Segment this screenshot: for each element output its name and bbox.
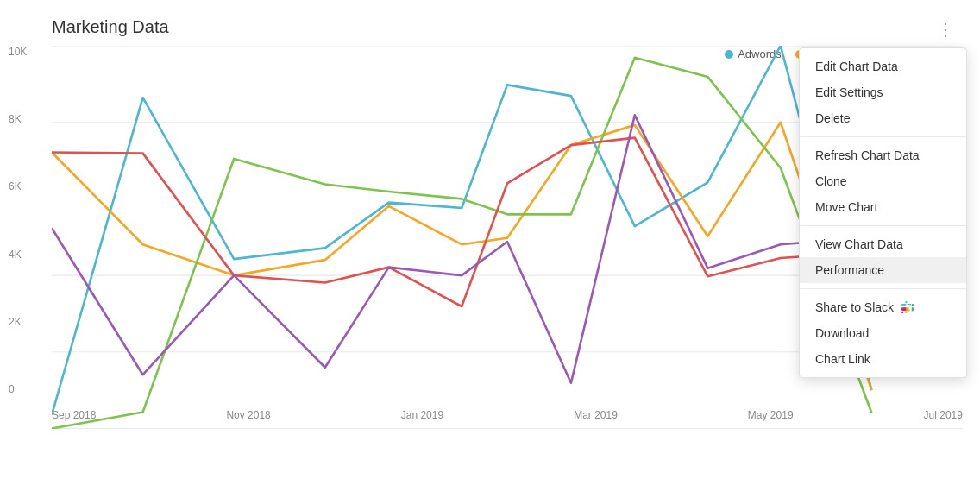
menu-item-delete[interactable]: Delete — [800, 105, 966, 131]
y-axis-labels: 0 2K 4K 6K 8K 10K — [9, 46, 27, 395]
menu-item-edit-settings[interactable]: Edit Settings — [800, 79, 966, 105]
x-axis-labels: Sep 2018 Nov 2018 Jan 2019 Mar 2019 May … — [52, 409, 963, 421]
context-menu: Edit Chart Data Edit Settings Delete Ref… — [799, 47, 967, 378]
menu-item-download[interactable]: Download — [800, 320, 966, 346]
menu-item-view-chart-data[interactable]: View Chart Data — [800, 231, 966, 257]
menu-item-refresh-chart-data[interactable]: Refresh Chart Data — [800, 142, 966, 168]
menu-item-performance[interactable]: Performance — [800, 257, 966, 283]
menu-group-1: Edit Chart Data Edit Settings Delete — [800, 48, 966, 137]
share-to-slack-label: Share to Slack — [815, 300, 894, 314]
slack-icon — [901, 300, 914, 314]
menu-item-chart-link[interactable]: Chart Link — [800, 346, 966, 372]
menu-group-2: Refresh Chart Data Clone Move Chart — [800, 137, 966, 226]
menu-group-3: View Chart Data Performance — [800, 226, 966, 289]
three-dots-button[interactable]: ⋮ — [930, 17, 963, 41]
menu-group-4: Share to Slack D — [800, 289, 966, 377]
menu-item-move-chart[interactable]: Move Chart — [800, 194, 966, 220]
menu-item-clone[interactable]: Clone — [800, 168, 966, 194]
menu-item-edit-chart-data[interactable]: Edit Chart Data — [800, 54, 966, 79]
menu-item-share-slack[interactable]: Share to Slack — [800, 294, 966, 320]
chart-title: Marketing Data — [52, 17, 963, 37]
